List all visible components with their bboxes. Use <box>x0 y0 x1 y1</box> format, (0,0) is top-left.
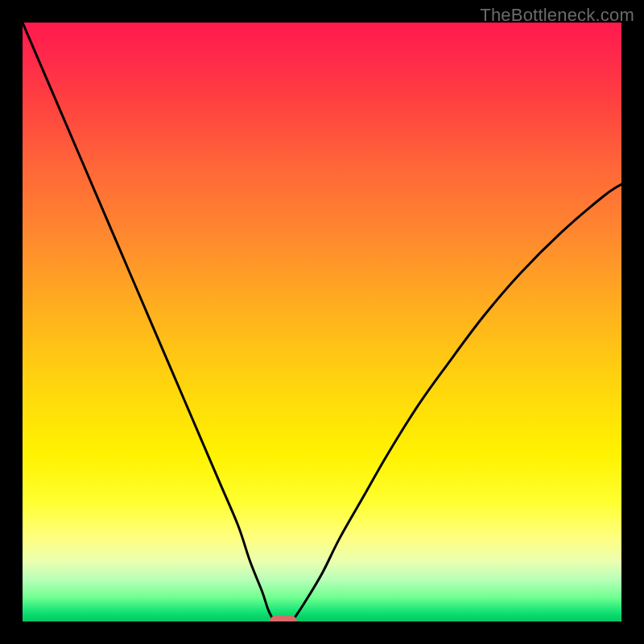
plot-area <box>23 23 621 621</box>
right-curve-path <box>292 184 621 621</box>
chart-frame: TheBottleneck.com <box>0 0 644 644</box>
watermark-text: TheBottleneck.com <box>480 5 634 26</box>
left-curve-path <box>23 23 274 621</box>
vertex-marker <box>270 616 297 621</box>
curve-layer <box>23 23 621 621</box>
